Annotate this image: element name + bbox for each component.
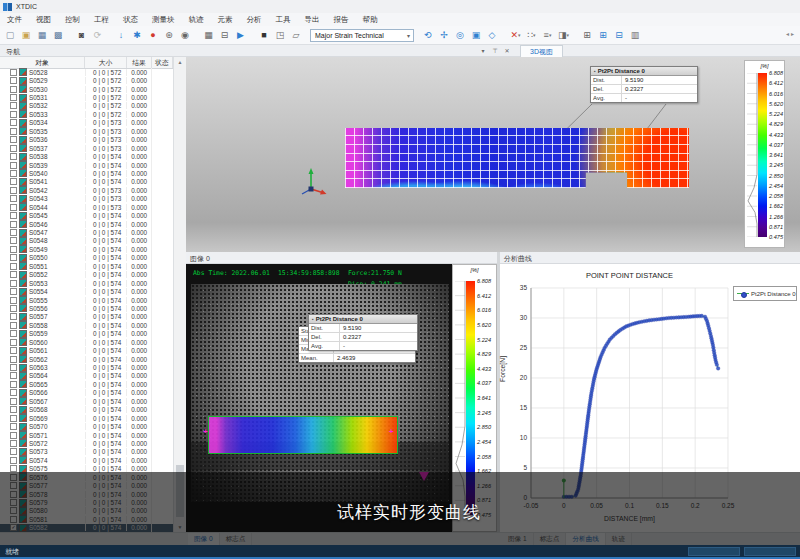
table-row[interactable]: S0533 0 | 0 | 572 0.000 — [0, 110, 173, 118]
toolbar-icon[interactable]: ⊞ — [596, 28, 611, 43]
toolbar-icon[interactable]: ⊛ — [162, 28, 177, 43]
toolbar-icon[interactable]: ⟳ — [90, 28, 105, 43]
panel-menu-icon[interactable]: ▾ — [477, 46, 489, 56]
table-row[interactable]: S0564 0 | 0 | 574 0.000 — [0, 372, 173, 380]
toolbar-icon[interactable]: ■ — [257, 28, 272, 43]
toolbar-icon[interactable]: ▦ — [35, 28, 50, 43]
row-checkbox[interactable] — [10, 313, 17, 320]
row-checkbox[interactable] — [10, 221, 17, 228]
menu-item[interactable]: 控制 — [58, 13, 87, 26]
table-row[interactable]: S0562 0 | 0 | 574 0.000 — [0, 355, 173, 363]
toolbar-icon[interactable]: ◉ — [178, 28, 193, 43]
table-row[interactable]: S0534 0 | 0 | 573 0.000 — [0, 119, 173, 127]
row-checkbox[interactable] — [10, 136, 17, 143]
toolbar-icon[interactable]: ▱ — [289, 28, 304, 43]
toolbar-icon[interactable]: ✢ — [437, 28, 452, 43]
table-row[interactable]: S0570 0 | 0 | 574 0.000 — [0, 422, 173, 430]
row-checkbox[interactable] — [10, 111, 17, 118]
table-row[interactable]: S0572 0 | 0 | 574 0.000 — [0, 439, 173, 447]
table-row[interactable]: S0546 0 | 0 | 574 0.000 — [0, 220, 173, 228]
row-checkbox[interactable] — [10, 305, 17, 312]
row-checkbox[interactable] — [10, 263, 17, 270]
row-checkbox[interactable] — [10, 432, 17, 439]
row-checkbox[interactable] — [10, 153, 17, 160]
table-row[interactable]: S0544 0 | 0 | 573 0.000 — [0, 203, 173, 211]
menu-item[interactable]: 导出 — [298, 13, 327, 26]
menu-item[interactable]: 文件 — [0, 13, 29, 26]
toolbar-icon[interactable]: ◎ — [453, 28, 468, 43]
row-checkbox[interactable] — [10, 347, 17, 354]
row-checkbox[interactable] — [10, 212, 17, 219]
toolbar-icon[interactable]: ● — [146, 28, 161, 43]
menu-item[interactable]: 测量块 — [145, 13, 182, 26]
row-checkbox[interactable] — [10, 372, 17, 379]
toolbar-icon[interactable]: ▩ — [51, 28, 66, 43]
toolbar-icon[interactable]: ⊞ — [580, 28, 595, 43]
row-checkbox[interactable] — [10, 398, 17, 405]
scroll-up-icon[interactable]: ▲ — [174, 59, 186, 65]
pin-icon[interactable]: ⊤ — [489, 46, 501, 56]
table-row[interactable]: S0536 0 | 0 | 573 0.000 — [0, 136, 173, 144]
menu-item[interactable]: 轨迹 — [182, 13, 211, 26]
menu-item[interactable]: 帮助 — [356, 13, 385, 26]
toolbar-icon[interactable]: ▶ — [233, 28, 248, 43]
table-row[interactable]: S0560 0 | 0 | 574 0.000 — [0, 338, 173, 346]
table-row[interactable]: S0552 0 | 0 | 574 0.000 — [0, 271, 173, 279]
table-row[interactable]: S0545 0 | 0 | 574 0.000 — [0, 211, 173, 219]
row-checkbox[interactable] — [10, 187, 17, 194]
table-row[interactable]: S0549 0 | 0 | 574 0.000 — [0, 245, 173, 253]
table-row[interactable]: S0531 0 | 0 | 572 0.000 — [0, 93, 173, 101]
row-checkbox[interactable] — [10, 389, 17, 396]
menu-item[interactable]: 报告 — [327, 13, 356, 26]
table-row[interactable]: S0553 0 | 0 | 574 0.000 — [0, 279, 173, 287]
menu-item[interactable]: 工程 — [87, 13, 116, 26]
row-checkbox[interactable] — [10, 94, 17, 101]
row-checkbox[interactable] — [10, 170, 17, 177]
table-row[interactable]: S0541 0 | 0 | 574 0.000 — [0, 178, 173, 186]
toolbar-icon[interactable]: ⊟ — [612, 28, 627, 43]
row-checkbox[interactable] — [10, 254, 17, 261]
toolbar-icon[interactable]: ▣ — [469, 28, 484, 43]
toolbar-icon[interactable]: ⊟ — [217, 28, 232, 43]
row-checkbox[interactable] — [10, 195, 17, 202]
row-checkbox[interactable] — [10, 288, 17, 295]
table-row[interactable]: S0529 0 | 0 | 572 0.000 — [0, 76, 173, 84]
row-checkbox[interactable] — [10, 280, 17, 287]
column-object[interactable]: 对象 — [0, 57, 85, 68]
row-checkbox[interactable] — [10, 440, 17, 447]
table-row[interactable]: S0569 0 | 0 | 574 0.000 — [0, 414, 173, 422]
row-checkbox[interactable] — [10, 330, 17, 337]
table-row[interactable]: S0547 0 | 0 | 574 0.000 — [0, 228, 173, 236]
3d-view-panel[interactable]: ▪Pt2Pt Distance 0 Dist.9.5190Del.0.2327A… — [186, 57, 800, 252]
table-row[interactable]: S0528 0 | 0 | 572 0.000 — [0, 68, 173, 76]
toolbar-icon[interactable]: ◇ — [485, 28, 500, 43]
row-checkbox[interactable] — [10, 339, 17, 346]
collapse-icon[interactable]: ▪ — [312, 316, 314, 322]
table-row[interactable]: S0543 0 | 0 | 573 0.000 — [0, 195, 173, 203]
table-row[interactable]: S0559 0 | 0 | 574 0.000 — [0, 330, 173, 338]
table-row[interactable]: S0540 0 | 0 | 574 0.000 — [0, 169, 173, 177]
column-result[interactable]: 结果 — [127, 57, 152, 68]
row-checkbox[interactable] — [10, 364, 17, 371]
table-row[interactable]: S0561 0 | 0 | 574 0.000 — [0, 346, 173, 354]
toolbar-icon[interactable]: ◙ — [74, 28, 89, 43]
row-checkbox[interactable] — [10, 246, 17, 253]
row-checkbox[interactable] — [10, 69, 17, 76]
collapse-icon[interactable]: ▪ — [594, 68, 596, 74]
table-row[interactable]: S0556 0 | 0 | 574 0.000 — [0, 304, 173, 312]
toolbar-icon[interactable]: ≡▾ — [540, 28, 555, 43]
toolbar-icon[interactable]: ∷▾ — [524, 28, 539, 43]
row-checkbox[interactable] — [10, 102, 17, 109]
table-row[interactable]: S0568 0 | 0 | 574 0.000 — [0, 406, 173, 414]
toolbar-icon[interactable]: ✱ — [130, 28, 145, 43]
table-row[interactable]: S0542 0 | 0 | 573 0.000 — [0, 186, 173, 194]
toolbar-icon[interactable]: ⟲ — [421, 28, 436, 43]
table-row[interactable]: S0567 0 | 0 | 574 0.000 — [0, 397, 173, 405]
table-row[interactable]: S0563 0 | 0 | 574 0.000 — [0, 363, 173, 371]
row-checkbox[interactable] — [10, 271, 17, 278]
column-size[interactable]: 大小 — [85, 57, 127, 68]
row-checkbox[interactable] — [10, 381, 17, 388]
row-checkbox[interactable] — [10, 406, 17, 413]
table-row[interactable]: S0566 0 | 0 | 574 0.000 — [0, 389, 173, 397]
strain-preset-dropdown[interactable]: Major Strain Technical ▾ — [310, 29, 414, 42]
